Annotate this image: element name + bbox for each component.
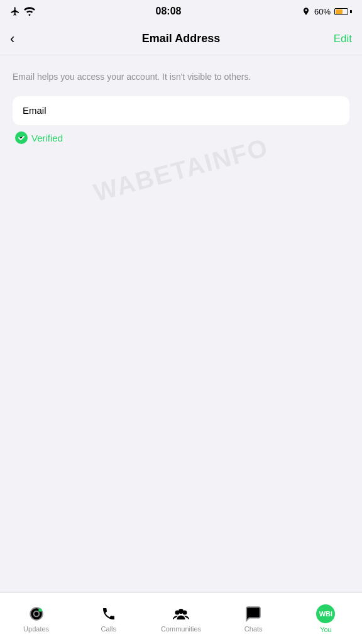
tab-calls[interactable]: Calls [72,593,145,644]
calls-icon [100,605,118,623]
airplane-icon [10,6,20,16]
tab-updates[interactable]: Updates [0,593,72,644]
email-label: Email [23,105,47,116]
svg-point-1 [33,611,39,616]
wifi-icon [24,7,35,16]
verified-icon [15,131,28,144]
tab-chats[interactable]: Chats [217,593,290,644]
tab-communities-label: Communities [161,625,201,633]
updates-icon [28,605,45,623]
edit-button[interactable]: Edit [329,33,352,45]
you-avatar: WBI [316,604,335,623]
tab-updates-label: Updates [23,625,49,633]
back-button[interactable]: ‹ [10,31,33,47]
communities-icon [172,605,190,623]
status-bar-right: 60% [302,7,352,16]
verified-text: Verified [31,133,63,143]
status-bar-left [10,6,35,16]
tab-calls-label: Calls [101,625,116,633]
email-card: Email [13,96,349,125]
tab-bar: Updates Calls Communities [0,592,362,644]
svg-point-2 [38,608,41,611]
tab-chats-label: Chats [244,625,263,633]
location-icon [302,7,310,16]
nav-bar: ‹ Email Address Edit [0,23,362,55]
battery-indicator [334,8,352,15]
main-content: WABETAINFO Email helps you access your a… [0,55,362,592]
tab-you-label: You [320,626,332,633]
battery-percent: 60% [314,7,331,16]
status-bar-time: 08:08 [156,6,182,17]
tab-you[interactable]: WBI You [290,593,362,644]
chats-icon [244,605,262,623]
status-bar: 08:08 60% [0,0,362,23]
checkmark-icon [18,134,25,142]
svg-point-5 [178,609,184,614]
tab-communities[interactable]: Communities [145,593,217,644]
page-title: Email Address [142,32,220,45]
description-text: Email helps you access your account. It … [13,70,349,84]
watermark: WABETAINFO [90,133,272,207]
verified-row: Verified [13,131,349,144]
